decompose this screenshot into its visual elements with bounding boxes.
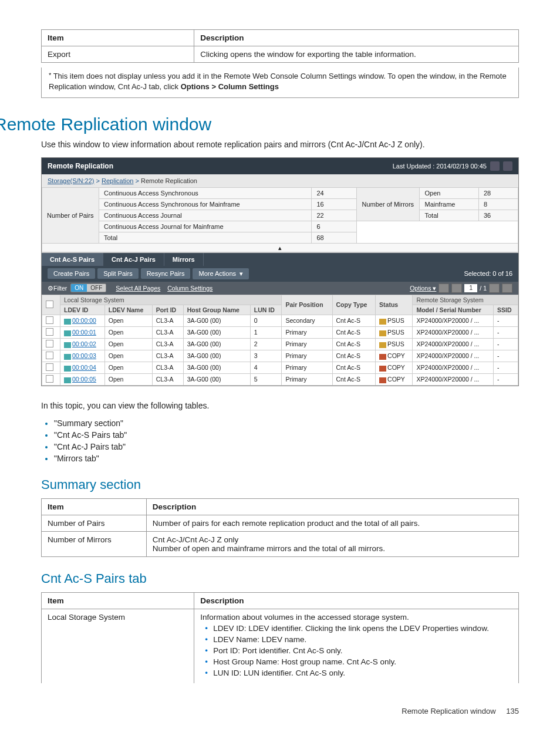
options-menu[interactable]: Options ▾ (410, 285, 436, 292)
tab-mirrors[interactable]: Mirrors (164, 253, 204, 266)
col-copy[interactable]: Copy Type (332, 295, 376, 315)
cell-name: Open (104, 373, 152, 385)
filter-label: ⚙Filter (48, 285, 67, 292)
pairs-r2-v: 22 (312, 210, 357, 221)
col-port[interactable]: Port ID (152, 305, 183, 315)
col-lun[interactable]: LUN ID (250, 305, 282, 315)
cell-hg: 3A-G00 (00) (183, 326, 250, 338)
cell-name: Open (104, 315, 152, 326)
row-checkbox[interactable] (46, 340, 53, 347)
cell-copy: Cnt Ac-S (332, 362, 376, 373)
mirrors-r2-l: Total (420, 210, 479, 221)
ldev-link[interactable]: 00:00:05 (72, 376, 96, 383)
table-row[interactable]: 00:00:02OpenCL3-A3A-G00 (00)2PrimaryCnt … (42, 338, 518, 350)
col-model[interactable]: Model / Serial Number (413, 305, 494, 315)
mirrors-r1-l: Mainframe (420, 198, 479, 210)
volume-icon (64, 330, 71, 336)
grp-remote: Remote Storage System (413, 295, 518, 305)
table-row[interactable]: 00:00:03OpenCL3-A3A-G00 (00)3PrimaryCnt … (42, 350, 518, 362)
status-icon (379, 354, 386, 360)
col-ldev-name[interactable]: LDEV Name (104, 305, 152, 315)
pairs-r1-v: 16 (312, 198, 357, 210)
row-checkbox[interactable] (46, 352, 53, 359)
footnote: * This item does not display unless you … (41, 67, 519, 98)
more-actions-button[interactable]: More Actions ▾ (193, 268, 249, 279)
cell-name: Open (104, 338, 152, 350)
col-status[interactable]: Status (376, 295, 413, 315)
row-checkbox[interactable] (46, 328, 53, 336)
pairs-r3-l: Continuous Access Journal for Mainframe (99, 221, 312, 232)
cell-hg: 3A-G00 (00) (183, 350, 250, 362)
cell-model: XP24000/XP20000 / ... (413, 362, 494, 373)
page-last-icon[interactable] (502, 283, 512, 293)
page-first-icon[interactable] (438, 283, 449, 293)
col-pair[interactable]: Pair Position (282, 295, 332, 315)
page-input[interactable]: 1 (464, 284, 477, 292)
tab-cnt-ac-j[interactable]: Cnt Ac-J Pairs (103, 253, 164, 266)
grp-local: Local Storage System (60, 295, 282, 305)
screenshot-panel: Remote Replication Last Updated : 2014/0… (41, 157, 519, 386)
create-pairs-button[interactable]: Create Pairs (48, 268, 95, 279)
row-checkbox[interactable] (46, 316, 53, 324)
col-hg[interactable]: Host Group Name (183, 305, 250, 315)
mirrors-r1-v: 8 (479, 198, 518, 210)
table-row[interactable]: 00:00:01OpenCL3-A3A-G00 (00)1PrimaryCnt … (42, 326, 518, 338)
link-cnt-ac-s[interactable]: "Cnt Ac-S Pairs tab" (54, 430, 127, 440)
cas-r0-item: Local Storage System (42, 609, 194, 683)
pairs-label: Number of Pairs (42, 187, 99, 243)
cell-pair: Primary (282, 350, 332, 362)
list-item: Host Group Name: Host group name. Cnt Ac… (205, 657, 512, 666)
table-row[interactable]: 00:00:04OpenCL3-A3A-G00 (00)4PrimaryCnt … (42, 362, 518, 373)
page-next-icon[interactable] (489, 283, 500, 293)
crumb-storage[interactable]: Storage(S/N:22) (48, 177, 94, 184)
ldev-link[interactable]: 00:00:02 (72, 340, 96, 347)
help-icon[interactable] (503, 161, 512, 171)
summary-section-title: Summary section (41, 477, 519, 492)
tab-cnt-ac-s[interactable]: Cnt Ac-S Pairs (42, 253, 103, 266)
ldev-link[interactable]: 00:00:04 (72, 364, 96, 371)
col-ssid[interactable]: SSID (494, 305, 518, 315)
cell-name: Open (104, 362, 152, 373)
cell-pair: Secondary (282, 315, 332, 326)
cell-port: CL3-A (152, 350, 183, 362)
cnt-ac-s-table: Item Description Local Storage System In… (41, 592, 519, 683)
link-cnt-ac-j[interactable]: "Cnt Ac-J Pairs tab" (54, 442, 126, 451)
collapse-handle[interactable]: ▴ (42, 243, 518, 252)
select-all-pages[interactable]: Select All Pages (116, 285, 160, 292)
ldev-link[interactable]: 00:00:01 (72, 329, 96, 336)
link-summary[interactable]: "Summary section" (54, 418, 123, 428)
row-checkbox[interactable] (46, 363, 53, 371)
resync-pairs-button[interactable]: Resync Pairs (141, 268, 191, 279)
cell-status: COPY (376, 362, 413, 373)
ldev-link[interactable]: 00:00:03 (72, 352, 96, 359)
footer-title: Remote Replication window (402, 707, 495, 715)
select-all-checkbox[interactable] (46, 301, 53, 308)
row-checkbox[interactable] (46, 375, 53, 383)
volume-icon (64, 366, 71, 372)
table-row[interactable]: 00:00:00OpenCL3-A3A-G00 (00)0SecondaryCn… (42, 315, 518, 326)
cell-ssid: - (494, 338, 518, 350)
column-settings[interactable]: Column Settings (167, 285, 212, 292)
split-pairs-button[interactable]: Split Pairs (97, 268, 139, 279)
filter-toggle[interactable]: ONOFF (70, 283, 106, 292)
cell-status: PSUS (376, 338, 413, 350)
refresh-icon[interactable] (490, 161, 500, 171)
page-title: Remote Replication window (0, 114, 519, 134)
pairs-r0-v: 24 (312, 187, 357, 198)
cell-port: CL3-A (152, 373, 183, 385)
cell-copy: Cnt Ac-S (332, 315, 376, 326)
cell-copy: Cnt Ac-S (332, 326, 376, 338)
cell-lun: 0 (250, 315, 282, 326)
panel-header: Remote Replication Last Updated : 2014/0… (42, 158, 518, 174)
action-bar: Create Pairs Split Pairs Resync Pairs Mo… (42, 266, 518, 282)
crumb-replication[interactable]: Replication (102, 177, 133, 184)
list-item: LUN ID: LUN identifier. Cnt Ac-S only. (205, 669, 512, 677)
cnt-ac-s-title: Cnt Ac-S Pairs tab (41, 571, 519, 586)
mirrors-r0-l: Open (420, 187, 479, 198)
ldev-link[interactable]: 00:00:00 (72, 317, 96, 324)
status-icon (379, 342, 386, 348)
link-mirrors[interactable]: "Mirrors tab" (54, 454, 99, 463)
page-prev-icon[interactable] (451, 283, 462, 293)
table-row[interactable]: 00:00:05OpenCL3-A3A-G00 (00)5PrimaryCnt … (42, 373, 518, 385)
col-ldev-id[interactable]: LDEV ID (60, 305, 105, 315)
